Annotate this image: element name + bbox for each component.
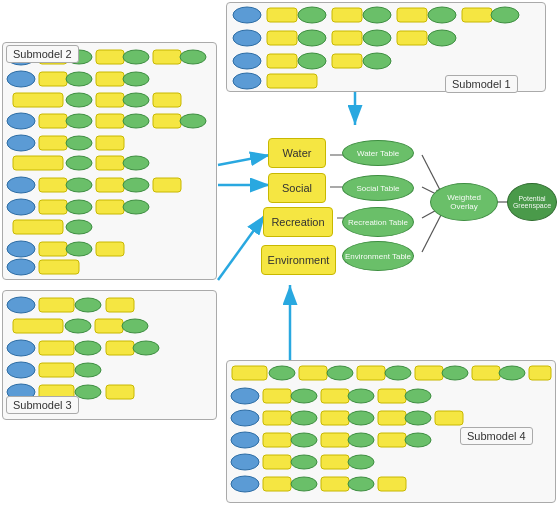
svg-point-146 <box>231 454 259 470</box>
svg-rect-147 <box>263 455 291 469</box>
svg-rect-24 <box>397 8 427 22</box>
svg-rect-64 <box>153 114 181 128</box>
svg-point-51 <box>66 72 92 86</box>
svg-point-114 <box>269 366 295 380</box>
svg-point-128 <box>348 389 374 403</box>
svg-rect-56 <box>96 93 124 107</box>
svg-point-124 <box>231 388 259 404</box>
svg-rect-72 <box>96 156 124 170</box>
svg-point-74 <box>7 177 35 193</box>
svg-point-116 <box>327 366 353 380</box>
svg-rect-92 <box>39 260 79 274</box>
svg-point-89 <box>66 242 92 256</box>
svg-rect-123 <box>529 366 551 380</box>
svg-rect-142 <box>321 433 349 447</box>
svg-rect-75 <box>39 178 67 192</box>
recreation-table-node: Recreation Table <box>342 207 414 237</box>
svg-rect-58 <box>153 93 181 107</box>
svg-rect-22 <box>332 8 362 22</box>
svg-point-32 <box>363 30 391 46</box>
svg-point-84 <box>123 200 149 214</box>
submodel4-label: Submodel 4 <box>460 427 533 445</box>
svg-point-46 <box>123 50 149 64</box>
svg-point-55 <box>66 93 92 107</box>
svg-point-111 <box>75 385 101 399</box>
svg-point-108 <box>75 363 101 377</box>
social-table-node: Social Table <box>342 175 414 201</box>
svg-point-28 <box>233 30 261 46</box>
svg-point-71 <box>66 156 92 170</box>
svg-point-135 <box>348 411 374 425</box>
svg-rect-129 <box>378 389 406 403</box>
environment-table-node: Environment Table <box>342 241 414 271</box>
svg-point-93 <box>7 297 35 313</box>
svg-point-139 <box>231 432 259 448</box>
svg-rect-60 <box>39 114 67 128</box>
svg-rect-52 <box>96 72 124 86</box>
svg-point-48 <box>180 50 206 64</box>
svg-rect-140 <box>263 433 291 447</box>
svg-point-82 <box>66 200 92 214</box>
svg-point-105 <box>133 341 159 355</box>
svg-point-143 <box>348 433 374 447</box>
svg-point-65 <box>180 114 206 128</box>
svg-point-103 <box>75 341 101 355</box>
submodel1-label: Submodel 1 <box>445 75 518 93</box>
environment-node: Environment <box>261 245 336 275</box>
svg-rect-117 <box>357 366 385 380</box>
svg-rect-102 <box>39 341 74 355</box>
svg-rect-88 <box>39 242 67 256</box>
svg-rect-70 <box>13 156 63 170</box>
svg-rect-47 <box>153 50 181 64</box>
svg-point-25 <box>428 7 456 23</box>
svg-point-155 <box>348 477 374 491</box>
svg-point-66 <box>7 135 35 151</box>
svg-point-141 <box>291 433 317 447</box>
submodel2-label: Submodel 2 <box>6 45 79 63</box>
svg-point-122 <box>499 366 525 380</box>
svg-point-131 <box>231 410 259 426</box>
water-node: Water <box>268 138 326 168</box>
svg-rect-83 <box>96 200 124 214</box>
svg-rect-79 <box>153 178 181 192</box>
svg-rect-41 <box>267 74 317 88</box>
svg-rect-107 <box>39 363 74 377</box>
diagram-container: Submodel 1 <box>0 0 559 506</box>
svg-line-15 <box>422 213 442 252</box>
svg-point-49 <box>7 71 35 87</box>
svg-point-68 <box>66 136 92 150</box>
svg-point-151 <box>231 476 259 492</box>
svg-rect-36 <box>267 54 297 68</box>
svg-rect-125 <box>263 389 291 403</box>
svg-point-145 <box>405 433 431 447</box>
svg-rect-152 <box>263 477 291 491</box>
svg-point-95 <box>75 298 101 312</box>
svg-rect-50 <box>39 72 67 86</box>
svg-line-9 <box>422 155 440 190</box>
svg-rect-113 <box>232 366 267 380</box>
svg-rect-112 <box>106 385 134 399</box>
svg-rect-138 <box>435 411 463 425</box>
svg-rect-154 <box>321 477 349 491</box>
svg-rect-90 <box>96 242 124 256</box>
weighted-overlay-node: Weighted Overlay <box>430 183 498 221</box>
submodel2-panel <box>2 42 217 280</box>
svg-rect-96 <box>106 298 134 312</box>
svg-rect-29 <box>267 31 297 45</box>
water-table-node: Water Table <box>342 140 414 166</box>
svg-rect-99 <box>95 319 123 333</box>
svg-point-73 <box>123 156 149 170</box>
svg-point-86 <box>66 220 92 234</box>
svg-point-40 <box>233 73 261 89</box>
svg-point-61 <box>66 114 92 128</box>
svg-point-59 <box>7 113 35 129</box>
svg-rect-121 <box>472 366 500 380</box>
svg-point-153 <box>291 477 317 491</box>
svg-point-87 <box>7 241 35 257</box>
svg-rect-119 <box>415 366 443 380</box>
social-node: Social <box>268 173 326 203</box>
svg-rect-62 <box>96 114 124 128</box>
svg-point-118 <box>385 366 411 380</box>
svg-rect-144 <box>378 433 406 447</box>
submodel2-mini-nodes <box>3 43 216 279</box>
